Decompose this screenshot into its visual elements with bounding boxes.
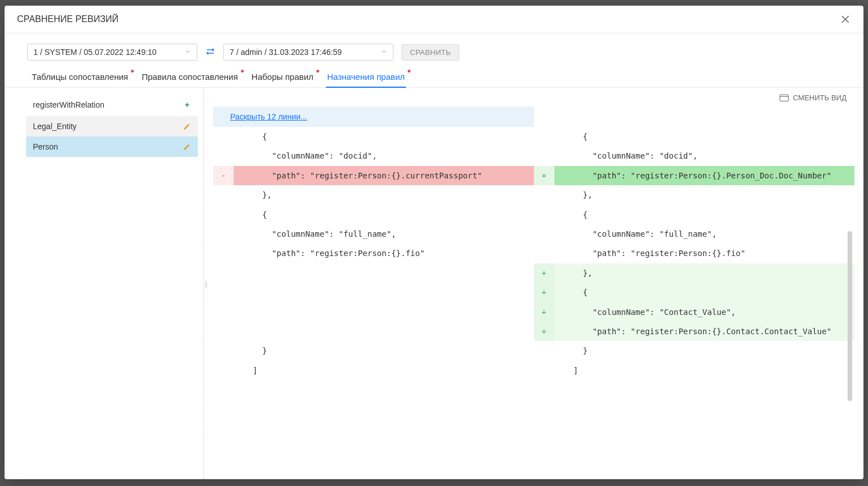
close-icon[interactable] <box>840 14 851 25</box>
diff-line: }, <box>534 185 855 204</box>
diff-line: "path": "register:Person:{}.fio" <box>534 244 855 263</box>
sidebar-item-person[interactable]: Person <box>26 137 198 157</box>
diff-toolbar: СМЕНИТЬ ВИД <box>204 88 863 104</box>
change-dot-icon <box>316 70 319 73</box>
diff-right-column: . { "columnName": "docid", + "path": "re… <box>534 106 855 479</box>
diff-line-added: + { <box>534 283 855 302</box>
sidebar: registerWithRelation + Legal_Entity Pers… <box>5 88 204 479</box>
diff-line-added: + }, <box>534 263 855 283</box>
scrollbar[interactable] <box>848 231 852 401</box>
diff-line: "columnName": "full_name", <box>534 224 855 244</box>
diff-view: Раскрыть 12 линии... { "columnName": "do… <box>213 106 854 479</box>
diff-line: } <box>213 341 534 360</box>
tabs: Таблицы сопоставления Правила сопоставле… <box>5 64 863 88</box>
sidebar-item-label: registerWithRelation <box>33 100 104 109</box>
change-dot-icon <box>241 70 244 73</box>
sidebar-item-legal-entity[interactable]: Legal_Entity <box>26 116 198 137</box>
chevron-down-icon <box>184 48 191 57</box>
modal-header: СРАВНЕНИЕ РЕВИЗИЙ <box>5 6 863 33</box>
swap-icon[interactable] <box>205 46 215 58</box>
pencil-icon <box>182 143 192 151</box>
diff-line <box>213 283 534 302</box>
compare-button[interactable]: СРАВНИТЬ <box>401 44 459 61</box>
right-revision-select[interactable]: 7 / admin / 31.03.2023 17:46:59 <box>223 44 393 61</box>
sidebar-item-label: Person <box>33 142 58 151</box>
tab-rule-assignments[interactable]: Назначения правил <box>326 67 406 87</box>
sidebar-item-register[interactable]: registerWithRelation + <box>26 95 198 115</box>
diff-line: { <box>213 205 534 224</box>
diff-line: "columnName": "full_name", <box>213 224 534 244</box>
right-revision-value: 7 / admin / 31.03.2023 17:46:59 <box>230 48 342 57</box>
pencil-icon <box>182 122 192 130</box>
diff-line <box>213 263 534 283</box>
tab-mapping-tables[interactable]: Таблицы сопоставления <box>31 67 129 87</box>
diff-panel: СМЕНИТЬ ВИД Раскрыть 12 линии... { "colu… <box>204 88 863 479</box>
left-revision-value: 1 / SYSTEM / 05.07.2022 12:49:10 <box>33 48 156 57</box>
plus-icon: + <box>182 100 192 109</box>
diff-line: ] <box>213 361 534 380</box>
left-revision-select[interactable]: 1 / SYSTEM / 05.07.2022 12:49:10 <box>27 44 197 61</box>
diff-line: ] <box>534 361 855 380</box>
tab-rule-sets[interactable]: Наборы правил <box>251 67 315 87</box>
diff-line: { <box>213 127 534 146</box>
diff-line-added: + "columnName": "Contact_Value", <box>534 302 855 322</box>
modal-body: 1 / SYSTEM / 05.07.2022 12:49:10 7 / adm… <box>5 33 863 479</box>
content: registerWithRelation + Legal_Entity Pers… <box>5 88 863 479</box>
diff-left-column: Раскрыть 12 линии... { "columnName": "do… <box>213 106 534 479</box>
diff-line: { <box>534 205 855 224</box>
diff-line <box>213 322 534 341</box>
diff-line-removed: - "path": "register:Person:{}.currentPas… <box>213 166 534 185</box>
change-view-button[interactable]: СМЕНИТЬ ВИД <box>793 93 846 102</box>
diff-line: "path": "register:Person:{}.fio" <box>213 244 534 263</box>
expand-link[interactable]: Раскрыть 12 линии... <box>230 112 307 121</box>
diff-line-added: + "path": "register:Person:{}.Person_Doc… <box>534 166 855 185</box>
revision-toolbar: 1 / SYSTEM / 05.07.2022 12:49:10 7 / adm… <box>5 33 863 64</box>
chevron-down-icon <box>380 48 387 57</box>
modal-overlay: СРАВНЕНИЕ РЕВИЗИЙ 1 / SYSTEM / 05.07.202… <box>0 0 868 486</box>
diff-line: "columnName": "docid", <box>534 146 855 165</box>
diff-line: }, <box>213 185 534 204</box>
change-dot-icon <box>408 70 410 73</box>
diff-line: { <box>534 127 855 146</box>
layout-icon <box>780 95 789 101</box>
tab-mapping-rules[interactable]: Правила сопоставления <box>141 67 239 87</box>
diff-line-added: + "path": "register:Person:{}.Contact.Co… <box>534 322 855 341</box>
diff-line: "columnName": "docid", <box>213 146 534 165</box>
diff-line <box>213 302 534 322</box>
expand-row: Раскрыть 12 линии... <box>213 106 534 127</box>
sidebar-item-label: Legal_Entity <box>33 122 77 131</box>
diff-line: } <box>534 341 855 360</box>
modal: СРАВНЕНИЕ РЕВИЗИЙ 1 / SYSTEM / 05.07.202… <box>5 6 863 479</box>
change-dot-icon <box>131 70 134 73</box>
modal-title: СРАВНЕНИЕ РЕВИЗИЙ <box>17 14 118 24</box>
